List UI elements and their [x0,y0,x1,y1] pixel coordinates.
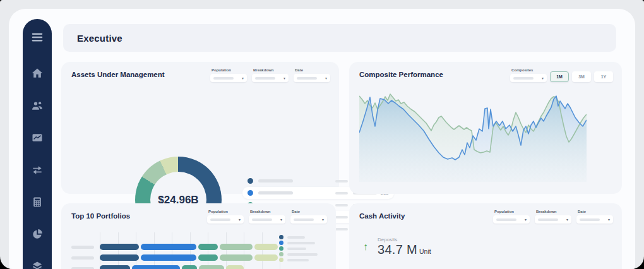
select-placeholder-shimmer [297,77,317,80]
bar-segment-sage [220,244,253,250]
card-composite-performance: Composite Performance Composites ▾ 1M3M1… [349,62,622,194]
legend-dot [279,246,283,251]
breakdown-select[interactable]: ▾ [252,74,289,82]
select-placeholder-shimmer [252,218,272,221]
bar-segment-sage [199,265,224,269]
sidebar [23,19,52,269]
filter-breakdown: Breakdown▾ [535,210,571,224]
bar-segment-pale [254,244,278,250]
select-placeholder-shimmer [213,77,234,80]
gridline [190,232,191,269]
portfolios-legend-row [279,234,318,240]
gridline [244,232,244,269]
performance-nav-icon[interactable] [31,131,44,144]
gridline [172,232,172,269]
bar-segment-blue [132,265,180,269]
breakdown-select[interactable]: ▾ [249,215,285,224]
name-shimmer [258,191,293,194]
composites-select[interactable]: ▾ [510,74,547,82]
portfolio-bar-row[interactable] [100,254,278,261]
filter-label: Population [494,210,530,213]
range-button-3m[interactable]: 3M [572,71,591,82]
filter-label: Breakdown [253,68,289,72]
date-select[interactable]: ▾ [290,215,327,224]
select-placeholder-shimmer [255,77,275,80]
layers-nav-icon[interactable] [31,260,44,269]
deposits-label: Deposits [378,237,397,242]
select-placeholder-shimmer [496,218,516,221]
population-select[interactable]: ▾ [207,215,244,224]
filter-label: Population [208,210,244,213]
legend-dot [279,252,283,256]
select-placeholder-shimmer [294,218,314,221]
gridline [262,232,263,269]
bar-segment-teal [198,244,218,250]
chevron-down-icon: ▾ [283,76,285,80]
bar-segment-teal [182,265,197,269]
filter-label: Breakdown [250,210,285,213]
bar-segment-sage [220,254,253,261]
date-select[interactable]: ▾ [576,215,613,224]
legend-label-shimmer [287,236,305,239]
portfolios-legend-row [279,251,318,257]
portfolios-legend-row [279,240,318,246]
allocation-nav-icon[interactable] [31,228,44,241]
chevron-down-icon: ▾ [239,218,241,222]
filter-date: Date▾ [290,210,327,224]
name-shimmer [258,179,293,182]
dashboard-screen: Executive Assets Under Management Popula… [0,0,644,269]
deposits-metric: 34.7 M Unit [378,242,431,257]
filter-label: Composites [511,68,547,72]
chevron-down-icon: ▾ [566,218,568,222]
population-select[interactable]: ▾ [210,74,247,82]
deposits-value: 34.7 M [378,242,417,257]
portfolio-bar-row[interactable] [100,265,244,269]
chevron-down-icon: ▾ [322,218,324,222]
legend-dot [279,258,283,262]
chevron-down-icon: ▾ [280,218,282,222]
portfolio-name-shimmer [71,256,94,260]
chevron-down-icon: ▾ [242,76,244,80]
population-select[interactable]: ▾ [493,215,530,224]
bar-segment-pale [254,254,278,261]
cash-filters: Population▾Breakdown▾Date▾ [493,210,613,224]
chevron-down-icon: ▾ [542,76,544,80]
filter-breakdown: Breakdown▾ [252,68,289,82]
bar-segment-navy [100,244,139,250]
portfolios-legend [279,234,318,263]
menu-icon[interactable] [30,30,44,44]
breakdown-select[interactable]: ▾ [535,215,571,224]
value-shimmer [335,216,348,218]
card-title: Cash Activity [359,212,405,220]
legend-label-shimmer [287,253,318,256]
home-nav-icon[interactable] [31,67,44,80]
users-nav-icon[interactable] [31,99,44,112]
card-title: Top 10 Portfolios [71,212,130,220]
page-title: Executive [77,33,122,44]
portfolios-filters: Population▾Breakdown▾Date▾ [207,210,327,224]
portfolio-bar-row[interactable] [100,244,278,250]
select-placeholder-shimmer [580,218,600,221]
bar-segment-pale [226,265,244,269]
gridline [100,232,100,269]
select-placeholder-shimmer [210,218,230,221]
range-buttons: 1M3M1Y [550,71,613,82]
legend-dot [247,178,253,184]
filter-label: Breakdown [536,210,571,213]
calculator-nav-icon[interactable] [31,196,44,208]
range-button-1y[interactable]: 1Y [594,71,613,82]
filter-label: Date [578,210,613,213]
aum-filters: Population▾Breakdown▾Date▾ [210,68,330,82]
bar-segment-teal [198,254,218,261]
filter-label: Date [295,68,330,72]
performance-line-chart[interactable] [359,90,587,182]
portfolio-name-shimmer [71,246,94,249]
select-placeholder-shimmer [513,77,534,80]
date-select[interactable]: ▾ [294,74,330,82]
value-shimmer [335,180,348,182]
filter-population: Population▾ [493,210,530,224]
gridline [208,232,208,269]
value-shimmer [335,204,348,206]
range-button-1m[interactable]: 1M [550,71,569,82]
transfers-nav-icon[interactable] [31,164,44,176]
